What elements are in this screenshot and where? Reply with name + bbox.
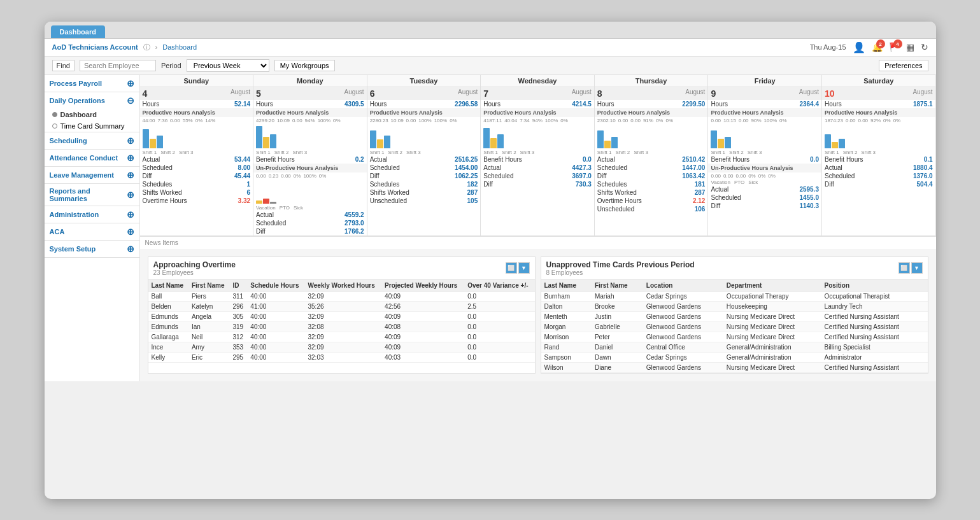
friday-actual-label: Actual	[711, 186, 728, 193]
monday-actual-value: 4559.2	[344, 211, 364, 218]
sidebar-reports[interactable]: Reports and Summaries ⊕	[45, 184, 139, 206]
unapproved-timecards-title: Unapproved Time Cards Previous Period	[546, 260, 695, 269]
day-header-wednesday: Wednesday	[481, 75, 594, 87]
approaching-overtime-expand-btn[interactable]: ⬜	[506, 262, 517, 274]
table-row[interactable]: MentethJustinGlenwood GardensNursing Med…	[541, 311, 928, 321]
wednesday-actual-value: 4427.3	[572, 164, 592, 171]
sunday-diff-label: Diff	[143, 172, 152, 179]
sunday-schedules-value: 1	[247, 181, 251, 188]
aca-expand-icon: ⊕	[127, 227, 134, 237]
unapproved-timecards-menu-btn[interactable]: ▼	[911, 262, 923, 274]
thursday-month: August	[685, 88, 705, 99]
sidebar-aca[interactable]: ACA ⊕	[45, 223, 139, 240]
sunday-month: August	[231, 88, 250, 99]
table-row[interactable]: MorganGabrielleGlenwood GardensNursing M…	[541, 321, 928, 332]
thursday-actual-value: 2510.42	[682, 156, 705, 163]
sidebar-item-timecard[interactable]: Time Card Summary	[45, 120, 139, 132]
table-row[interactable]: EdmundsAngela30540:0032:0940:090.0	[148, 311, 535, 321]
tuesday-diff-label: Diff	[370, 172, 380, 179]
sidebar-process-payroll[interactable]: Process Payroll ⊕	[45, 75, 139, 92]
saturday-diff-value: 504.4	[917, 181, 933, 188]
table-row[interactable]: KellyEric29540:0032:0340:030.0	[148, 352, 535, 362]
thursday-unscheduled-value: 106	[695, 206, 706, 213]
sidebar-attendance[interactable]: Attendance Conduct ⊕	[45, 150, 139, 166]
sidebar-leave[interactable]: Leave Management ⊕	[45, 167, 139, 183]
scheduling-expand-icon: ⊕	[127, 136, 134, 146]
friday-unproductive-labels: VacationPTOSick	[708, 179, 821, 185]
preferences-button[interactable]: Preferences	[879, 60, 928, 71]
sunday-chart-title: Productive Hours Analysis	[140, 108, 253, 117]
table-row[interactable]: GallaragaNeil31240:0032:0940:090.0	[148, 332, 535, 342]
workgroup-button[interactable]: My Workgroups	[274, 60, 335, 71]
grid-icon[interactable]: ▦	[906, 42, 914, 52]
friday-scheduled-label: Scheduled	[711, 194, 741, 201]
sunday-date: 4	[143, 88, 148, 99]
day-col-friday: Friday 9 August Hours 2364.4 Productive …	[708, 75, 822, 235]
friday-month: August	[799, 88, 819, 99]
content-area: Sunday 4 August Hours 52.14 Productive H…	[140, 75, 936, 381]
sunday-chart	[140, 124, 253, 150]
thursday-chart-labels: Shift 1Shift 2Shift 3	[595, 150, 708, 155]
bottom-panels: Approaching Overtime 23 Employees ⬜ ▼	[140, 249, 936, 381]
table-row[interactable]: SampsonDawnCedar SpringsGeneral/Administ…	[541, 352, 928, 362]
monday-mini-stats: 4299:2010:090.00 94%100%0%	[253, 117, 367, 124]
saturday-actual-value: 1880.4	[913, 164, 933, 171]
saturday-month: August	[913, 88, 932, 99]
utc-col-location: Location	[643, 280, 723, 292]
search-input[interactable]	[80, 60, 156, 71]
monday-unproductive-chart	[253, 179, 367, 205]
thursday-date: 8	[597, 88, 602, 99]
monday-chart-labels: Shift 1Shift 2Shift 3	[253, 150, 367, 155]
saturday-scheduled-value: 1376.0	[913, 172, 933, 179]
sidebar-system-setup[interactable]: System Setup ⊕	[45, 241, 139, 257]
table-row[interactable]: EdmundsIan31940:0032:0840:080.0	[148, 321, 535, 332]
col-schedule-hours: Schedule Hours	[247, 280, 304, 292]
sidebar: Process Payroll ⊕ Daily Operations ⊖ Das…	[45, 75, 140, 381]
approaching-overtime-menu-btn[interactable]: ▼	[518, 262, 530, 274]
period-select[interactable]: Previous Week Current Week Next Week	[187, 59, 269, 72]
sidebar-administration[interactable]: Administration ⊕	[45, 206, 139, 223]
monday-chart-title: Productive Hours Analysis	[253, 108, 367, 117]
table-row[interactable]: DaltonBrookeGlenwood GardensHousekeeping…	[541, 301, 928, 311]
user-icon[interactable]: 👤	[853, 41, 865, 53]
dashboard-tab[interactable]: Dashboard	[51, 25, 105, 38]
thursday-unscheduled-label: Unscheduled	[597, 206, 634, 213]
sunday-schedules-label: Schedules	[143, 181, 173, 188]
sidebar-daily-operations[interactable]: Daily Operations ⊖	[45, 92, 139, 109]
sidebar-scheduling[interactable]: Scheduling ⊕	[45, 132, 139, 149]
reports-expand-icon: ⊕	[127, 190, 134, 200]
thursday-schedules-value: 181	[695, 181, 706, 188]
friday-chart	[708, 124, 821, 150]
find-label: Find	[52, 60, 75, 71]
utc-col-first-name: First Name	[592, 280, 643, 292]
table-row[interactable]: BeldenKatelyn29641:0035:2642:562.5	[148, 301, 535, 311]
tuesday-scheduled-value: 1454.00	[455, 164, 478, 171]
friday-diff-label: Diff	[711, 202, 720, 209]
table-row[interactable]: InceAmy35340:0032:0940:090.0	[148, 342, 535, 352]
system-setup-expand-icon: ⊕	[127, 244, 134, 254]
thursday-overtime-value: 2.12	[693, 197, 705, 204]
friday-benefit-value: 0.0	[810, 156, 819, 163]
account-name[interactable]: AoD Technicians Account	[52, 43, 138, 51]
table-row[interactable]: BurnhamMariahCedar SpringsOccupational T…	[541, 291, 928, 301]
friday-hours-value: 2364.4	[799, 101, 819, 108]
col-projected: Projected Weekly Hours	[381, 280, 464, 292]
table-row[interactable]: MorrisonPeterGlenwood GardensNursing Med…	[541, 332, 928, 342]
tuesday-chart	[367, 124, 481, 150]
table-row[interactable]: RandDanielCentral OfficeGeneral/Administ…	[541, 342, 928, 352]
utc-col-position: Position	[821, 280, 928, 292]
table-row[interactable]: BallPiers31140:0032:0940:090.0	[148, 291, 535, 301]
utc-col-last-name: Last Name	[541, 280, 592, 292]
approaching-overtime-title: Approaching Overtime	[153, 260, 236, 269]
saturday-benefit-label: Benefit Hours	[825, 156, 863, 163]
thursday-shifts-value: 287	[695, 189, 706, 196]
friday-unproductive-stats: 0.000.000.00 0%0%0%	[708, 172, 821, 179]
table-row[interactable]: WilsonDianeGlenwood GardensNursing Medic…	[541, 362, 928, 372]
refresh-icon[interactable]: ↻	[921, 42, 928, 52]
day-col-saturday: Saturday 10 August Hours 1875.1 Producti…	[822, 75, 936, 235]
thursday-chart-title: Productive Hours Analysis	[595, 108, 708, 117]
unapproved-timecards-expand-btn[interactable]: ⬜	[898, 262, 910, 274]
sidebar-item-dashboard[interactable]: Dashboard	[45, 109, 139, 120]
saturday-diff-label: Diff	[825, 181, 834, 188]
thursday-schedules-label: Schedules	[597, 181, 627, 188]
